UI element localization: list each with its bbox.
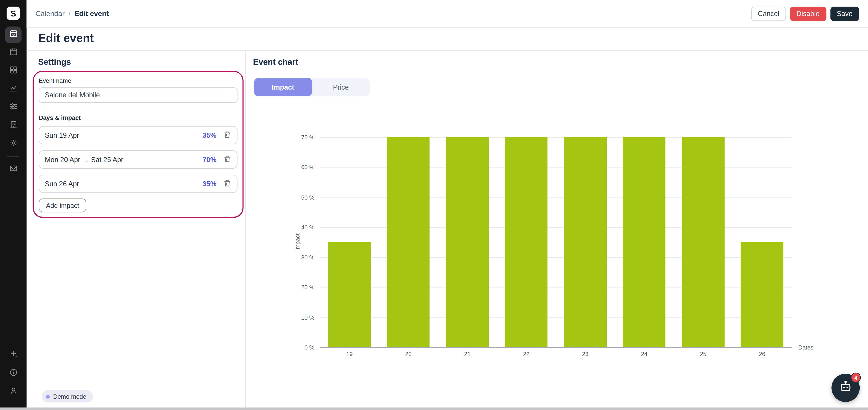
add-impact-button[interactable]: Add impact (39, 199, 86, 212)
x-tick-label: 22 (515, 351, 537, 357)
tab-price[interactable]: Price (312, 78, 370, 96)
y-tick-label: 0 % (276, 344, 314, 350)
user-icon (8, 386, 18, 397)
topbar-actions: Cancel Disable Save (751, 6, 859, 21)
chart-tabs: Impact Price (254, 78, 370, 96)
demo-mode-label: Demo mode (53, 393, 86, 400)
y-axis-title: Impact (293, 226, 301, 259)
column-divider (245, 51, 246, 407)
demo-mode-dot-icon (46, 395, 50, 398)
delete-impact-button[interactable] (223, 179, 231, 189)
impact-percentage: 35% (203, 131, 216, 139)
bar-24 (623, 137, 665, 347)
sidebar-item-property[interactable] (5, 117, 22, 134)
demo-mode-badge: Demo mode (41, 390, 93, 403)
bar-25 (682, 137, 724, 347)
chat-notification-badge: 4 (851, 373, 861, 383)
x-axis-title: Dates (798, 344, 813, 350)
app-logo-letter: S (10, 8, 16, 18)
y-tick-label: 50 % (276, 194, 314, 201)
impact-percentage: 70% (203, 156, 216, 163)
sidebar-item-help[interactable] (5, 365, 22, 381)
page-title: Edit event (38, 32, 94, 45)
event-name-input[interactable] (39, 88, 237, 103)
sidebar-item-apps[interactable] (5, 63, 22, 79)
bar-20 (387, 137, 430, 347)
title-section: Edit event (27, 28, 868, 51)
breadcrumb: Calendar / Edit event (35, 9, 109, 18)
sparkle-icon (8, 349, 18, 361)
breadcrumb-separator: / (68, 9, 70, 18)
delete-impact-button[interactable] (223, 130, 231, 140)
bar-26 (741, 242, 783, 347)
x-tick-label: 25 (692, 351, 714, 357)
save-button[interactable]: Save (830, 6, 859, 21)
y-tick-label: 70 % (276, 134, 314, 140)
sidebar-divider (7, 157, 20, 157)
trash-icon (223, 130, 231, 140)
bar-19 (328, 242, 371, 347)
settings-heading: Settings (38, 57, 71, 66)
impact-dates: Mon 20 Apr → Sat 25 Apr (45, 156, 123, 163)
bar-22 (505, 137, 548, 347)
x-tick-label: 21 (456, 351, 478, 357)
gear-icon (8, 138, 18, 150)
sidebar-item-analytics[interactable] (5, 81, 22, 98)
impact-percentage: 35% (203, 180, 216, 187)
sidebar-item-planning[interactable] (5, 44, 22, 61)
sidebar-bottom-group (5, 346, 22, 401)
impact-row[interactable]: Sun 19 Apr 35% (39, 126, 237, 144)
x-tick-label: 19 (338, 351, 361, 357)
app-logo[interactable]: S (6, 6, 20, 20)
robot-chat-icon (838, 379, 853, 397)
cancel-button[interactable]: Cancel (751, 6, 786, 21)
x-tick-label: 20 (397, 351, 420, 357)
sidebar: S (0, 0, 27, 407)
chat-widget-button[interactable]: 4 (831, 374, 860, 402)
x-tick-label: 24 (633, 351, 655, 357)
breadcrumb-current: Edit event (74, 9, 109, 18)
impact-row[interactable]: Sun 26 Apr 35% (39, 175, 237, 193)
impact-dates: Sun 26 Apr (45, 180, 79, 187)
delete-impact-button[interactable] (223, 155, 231, 164)
impact-dates: Sun 19 Apr (45, 131, 79, 139)
calendar-icon (8, 47, 18, 59)
info-icon (8, 367, 18, 379)
trash-icon (223, 179, 231, 189)
topbar: Calendar / Edit event Cancel Disable Sav… (27, 0, 868, 28)
days-impact-label: Days & impact (39, 114, 81, 121)
grid-icon (8, 65, 18, 77)
impact-row[interactable]: Mon 20 Apr → Sat 25 Apr 70% (39, 150, 237, 169)
x-tick-label: 23 (574, 351, 596, 357)
sidebar-item-whats-new[interactable] (5, 347, 22, 363)
tab-impact[interactable]: Impact (254, 78, 312, 96)
y-tick-label: 20 % (276, 284, 314, 291)
sidebar-item-strategy[interactable] (5, 99, 22, 116)
breadcrumb-calendar-link[interactable]: Calendar (35, 9, 65, 18)
sidebar-item-account[interactable] (5, 383, 22, 400)
event-name-label: Event name (39, 77, 71, 84)
chart-plot: 0 %10 %20 %30 %40 %50 %60 %70 %192021222… (320, 137, 792, 348)
y-tick-label: 60 % (276, 164, 314, 170)
mail-icon (8, 164, 18, 175)
sidebar-item-settings[interactable] (5, 136, 22, 152)
bottom-strip (0, 407, 868, 410)
calendar-check-icon (8, 29, 18, 40)
disable-button[interactable]: Disable (790, 6, 826, 21)
x-tick-label: 26 (751, 351, 773, 357)
sidebar-item-calendar[interactable] (5, 26, 22, 43)
bar-21 (446, 137, 489, 347)
sliders-icon (8, 102, 18, 113)
bar-23 (564, 137, 607, 347)
building-icon (8, 120, 18, 131)
trash-icon (223, 155, 231, 164)
sidebar-item-inbox[interactable] (5, 161, 22, 178)
event-chart-heading: Event chart (253, 57, 298, 66)
y-tick-label: 10 % (276, 314, 314, 320)
line-chart-icon (8, 83, 18, 95)
app-root: S (0, 0, 868, 410)
